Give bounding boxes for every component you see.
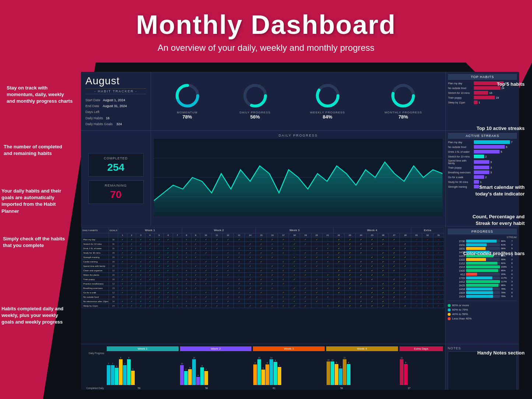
overview-week3: Week 3 (253, 346, 325, 351)
progress-row: 15/15 100% 1 (448, 265, 517, 268)
bar-column: 10 (331, 359, 334, 385)
progress-row: 14/18 78% 0 (448, 287, 517, 290)
active-streaks-header: ACTIVE STREAKS (448, 133, 517, 139)
progress-col-headers: STREAK (448, 236, 517, 239)
bar-column: 8 (188, 367, 192, 385)
bar-column: 9 (127, 357, 131, 385)
bar-column: 10 (327, 359, 330, 385)
daily-progress-label: DAILY PROGRESS (240, 111, 271, 114)
w1-bars: 7769795 (107, 356, 179, 385)
bar-column: 9 (119, 357, 123, 385)
remaining-box: REMAINING 70 (88, 180, 144, 204)
progress-row: 24/25 96% 0 (448, 284, 517, 287)
annotation-mid-left: The number of completed and remaining ha… (4, 144, 70, 157)
overview-chart: Daily Progress 7769795 107813497 8106810… (83, 352, 443, 385)
legend-item: 60% to 79% (448, 308, 517, 311)
streak-row: Stretch for 10 mins2 (448, 155, 517, 158)
monthly-donut-svg (390, 83, 416, 109)
daily-progress-pct: 56% (250, 114, 260, 120)
annotation-overview-left: Habits completed daily and weekly, plus … (1, 306, 68, 326)
streak-row: Study for 30 mins1 (448, 180, 517, 184)
w4-bars: 101097119 (327, 356, 398, 385)
progress-row: 27/30 99% 7 (448, 240, 517, 243)
bar-column: 7 (123, 363, 127, 385)
bar-column: 7 (204, 368, 208, 385)
bar-column: 7 (107, 363, 110, 385)
extra-bars: 119 (400, 356, 443, 385)
donut-charts-panel: MOMENTUM 78% DAILY PROGRESS 56% WEEKLY P… (151, 72, 445, 131)
momentum-donut: MOMENTUM 78% (175, 83, 200, 120)
page-subtitle: An overview of your daily, weekly and mo… (158, 43, 374, 53)
overview-week-headers: Week 1 Week 2 Week 3 Week 4 Extra Days (83, 346, 443, 351)
overview-summary-table: Completed Daily 50 58 61 58 27 Completed… (83, 386, 443, 390)
daily-donut-svg (242, 83, 268, 109)
chart-row-label: Daily Progress (83, 352, 105, 354)
progress-row: 19/20 95% 2 (448, 269, 517, 272)
streak-row: Spend time with family3 (448, 159, 517, 165)
bar-column: 5 (131, 368, 135, 385)
weekly-progress-donut: WEEKLY PROGRESS 84% (310, 83, 345, 120)
progress-bars: 27/30 99% 7 19/31 61% 2 18/31 58% 5 14/2… (448, 240, 517, 298)
bar-column: 10 (257, 357, 261, 385)
bar-column: 9 (274, 359, 277, 385)
overview-week1: Week 1 (107, 346, 179, 351)
streak-row: No outside food6 (448, 145, 517, 149)
top-habit-row: Train puppy19 (448, 96, 517, 99)
bar-column: 6 (261, 367, 265, 385)
bar-column: 11 (343, 357, 346, 385)
weekly-progress-pct: 84% (323, 114, 332, 120)
month-title: August (85, 75, 146, 87)
daily-chart-panel: DAILY PROGRESS (151, 131, 445, 226)
month-info-panel: August - HABIT TRACKER - Start Date Augu… (81, 72, 151, 131)
w3-bars: 810681097 (253, 356, 325, 385)
active-streaks-bars: Plan my day7No outside food6Drink 2.5L o… (448, 140, 517, 188)
monthly-progress-label: MONTHLY PROGRESS (384, 111, 422, 114)
bar-column: 6 (115, 365, 119, 385)
legend-section: 80% or more60% to 79%40% to 59%Less than… (448, 301, 517, 320)
bar-column: 7 (111, 363, 114, 385)
progress-row: 11/12 92% 0 (448, 262, 517, 265)
progress-row: 19/24 79% 0 (448, 295, 517, 298)
streak-row: Drink 2.5L of water5 (448, 150, 517, 153)
top-habits-panel: TOP HABITS Plan my day27No outside food2… (445, 72, 519, 131)
annotation-mid-right: Top 10 active streaks (476, 125, 525, 132)
progress-row: 17/22 117% 2 (448, 276, 517, 279)
chart-title: DAILY PROGRESS (154, 134, 443, 137)
completed-value: 254 (92, 162, 140, 173)
top-habit-row: Sleep by 11pm1 (448, 100, 517, 104)
date-info: Start Date August 1, 2024 End Date Augus… (85, 97, 146, 127)
completed-box: COMPLETED 254 (88, 153, 144, 177)
momentum-label: MOMENTUM (177, 111, 198, 114)
bar-column: 8 (265, 362, 269, 385)
bar-column: 9 (200, 365, 204, 385)
header: Monthly Dashboard An overview of your da… (0, 0, 532, 63)
bar-column: 7 (339, 366, 342, 385)
top-habit-row: Stretch for 10 mins13 (448, 91, 517, 95)
legend-item: Less than 40% (448, 317, 517, 320)
bar-column: 9 (404, 361, 408, 385)
streak-row: Go for a walk2 (448, 175, 517, 179)
line-chart-svg (154, 139, 443, 216)
overview-week4: Week 4 (326, 346, 398, 351)
streak-row: Train puppy3 (448, 166, 517, 169)
active-streaks-panel: ACTIVE STREAKS Plan my day7No outside fo… (445, 131, 519, 226)
annotation-notes-right: Handy Notes section (477, 350, 525, 356)
momentum-pct: 78% (183, 114, 192, 120)
progress-row: 13/22 59% 2 (448, 258, 517, 261)
remaining-value: 70 (92, 189, 140, 201)
bar-column: 11 (400, 357, 404, 385)
overview-panel: Week 1 Week 2 Week 3 Week 4 Extra Days D… (81, 344, 445, 390)
habits-table-container: DAILY HABITSGOALSWeek 1Week 2Week 3Week … (81, 226, 445, 344)
top-habits-header: TOP HABITS (448, 74, 517, 80)
overview-row-completed-daily: Completed Daily 50 58 61 58 27 (83, 386, 443, 390)
monthly-progress-donut: MONTHLY PROGRESS 78% (384, 83, 422, 120)
bar-column: 8 (253, 362, 257, 385)
overview-week2: Week 2 (180, 346, 252, 351)
notes-area[interactable] (448, 352, 517, 390)
annotation-calendar-right: Smart calendar with today's date indicat… (466, 184, 525, 197)
streak-row: Plan my day7 (448, 140, 517, 144)
bar-column (351, 385, 355, 385)
progress-row: 19/24 79% 0 (448, 291, 517, 294)
annotation-habits-left: Your daily habits and their goals are au… (1, 188, 68, 215)
progress-header: PROGRESS (448, 229, 517, 234)
